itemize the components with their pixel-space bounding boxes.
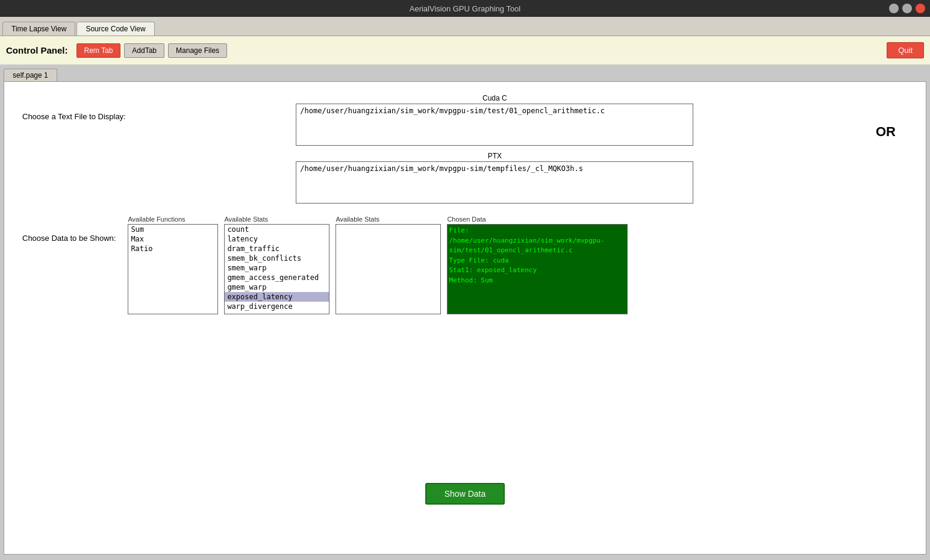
cuda-file-group: Cuda C: [138, 94, 852, 146]
choose-file-label: Choose a Text File to Display:: [22, 112, 126, 121]
titlebar: AerialVision GPU Graphing Tool: [0, 0, 930, 17]
cuda-label: Cuda C: [482, 94, 507, 102]
app-title: AerialVision GPU Graphing Tool: [410, 4, 521, 13]
ptx-path-input[interactable]: [296, 161, 693, 204]
stat-latency[interactable]: latency: [225, 234, 329, 244]
maximize-button[interactable]: [902, 4, 912, 13]
functions-group: Available Functions Sum Max Ratio: [128, 216, 218, 314]
window-controls: [889, 4, 925, 13]
functions-listbox[interactable]: Sum Max Ratio: [128, 224, 218, 314]
control-panel-bar: Control Panel: Rem Tab AddTab Manage Fil…: [0, 36, 930, 65]
stat-count[interactable]: count: [225, 225, 329, 234]
ptx-label: PTX: [488, 152, 502, 160]
chosen-data-text: File: /home/user/huangzixian/sim_work/mv…: [449, 226, 626, 285]
chosen-data-group: Chosen Data File: /home/user/huangzixian…: [447, 216, 628, 314]
stats2-listbox[interactable]: [335, 224, 441, 314]
lists-row: Available Functions Sum Max Ratio Availa…: [128, 216, 628, 314]
minimize-button[interactable]: [889, 4, 899, 13]
control-panel-label: Control Panel:: [6, 45, 68, 55]
close-button[interactable]: [916, 4, 925, 13]
tab-source-code[interactable]: Source Code View: [76, 22, 154, 36]
stats1-listbox[interactable]: count latency dram_traffic smem_bk_confl…: [224, 224, 329, 314]
tabbar: Time Lapse View Source Code View: [0, 17, 930, 36]
choose-data-label: Choose Data to be Shown:: [22, 234, 116, 243]
stat-gmem-warp[interactable]: gmem_warp: [225, 282, 329, 292]
stats2-group: Available Stats: [335, 216, 441, 314]
file-inputs-container: Cuda C PTX: [138, 94, 852, 204]
tab-time-lapse[interactable]: Time Lapse View: [2, 22, 75, 36]
choose-file-section: Choose a Text File to Display: Cuda C PT…: [22, 94, 908, 204]
page-content: Choose a Text File to Display: Cuda C PT…: [4, 81, 926, 555]
functions-label: Available Functions: [128, 216, 185, 223]
main-area: self.page 1 Choose a Text File to Displa…: [0, 65, 930, 560]
stat-smem-warp[interactable]: smem_warp: [225, 263, 329, 273]
or-label: OR: [864, 124, 908, 140]
add-tab-button[interactable]: AddTab: [124, 43, 164, 58]
function-max[interactable]: Max: [128, 234, 217, 244]
stat-gmem-access-generated[interactable]: gmem_access_generated: [225, 273, 329, 282]
stat-dram-traffic[interactable]: dram_traffic: [225, 244, 329, 254]
choose-data-section: Choose Data to be Shown: Available Funct…: [22, 216, 908, 314]
ptx-file-group: PTX: [138, 152, 852, 204]
quit-button[interactable]: Quit: [887, 42, 924, 58]
stats2-label: Available Stats: [335, 216, 379, 223]
rem-tab-button[interactable]: Rem Tab: [76, 43, 121, 58]
cuda-path-input[interactable]: [296, 104, 693, 146]
stat-warp-divergence[interactable]: warp_divergence: [225, 302, 329, 311]
function-sum[interactable]: Sum: [128, 225, 217, 234]
stats1-label: Available Stats: [224, 216, 268, 223]
page-tabs: self.page 1: [4, 69, 926, 81]
show-data-button[interactable]: Show Data: [425, 483, 505, 505]
manage-files-button[interactable]: Manage Files: [168, 43, 227, 58]
chosen-data-display: File: /home/user/huangzixian/sim_work/mv…: [447, 224, 628, 314]
function-ratio[interactable]: Ratio: [128, 244, 217, 254]
stat-smem-bk-conflicts[interactable]: smem_bk_conflicts: [225, 254, 329, 263]
stat-exposed-latency[interactable]: exposed_latency: [225, 292, 329, 302]
show-data-container: Show Data: [22, 483, 908, 505]
chosen-data-label: Chosen Data: [447, 216, 485, 223]
page-tab-1[interactable]: self.page 1: [4, 69, 57, 81]
stats1-group: Available Stats count latency dram_traff…: [224, 216, 329, 314]
